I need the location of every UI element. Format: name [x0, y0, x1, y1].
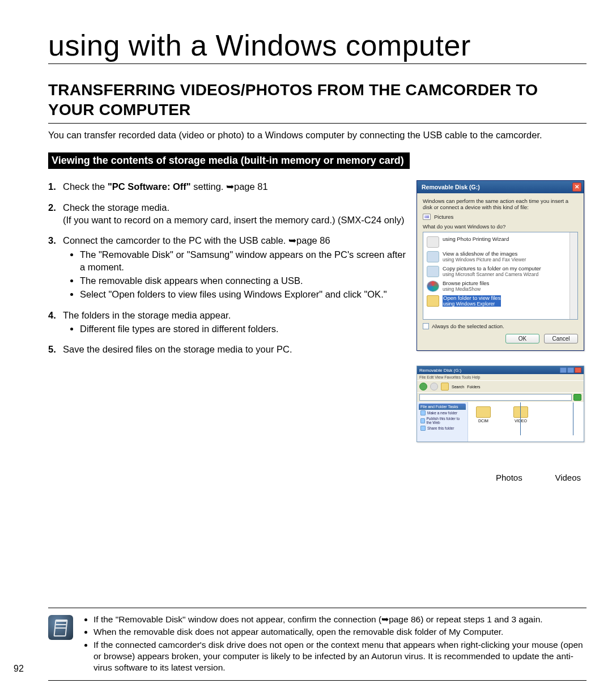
sidebar-link-share[interactable]: Share this folder [419, 425, 466, 431]
scanner-icon [427, 266, 439, 277]
subsection-bar: Viewing the contents of storage media (b… [48, 152, 410, 169]
pictures-icon [423, 214, 431, 220]
step-2: Check the storage media. (If you want to… [48, 201, 406, 227]
option-copy-pictures[interactable]: Copy pictures to a folder on my computer… [426, 264, 575, 279]
page-number: 92 [14, 664, 24, 674]
printer-icon [427, 236, 439, 248]
up-icon[interactable] [441, 383, 449, 391]
always-label: Always do the selected action. [432, 323, 504, 329]
explorer-content: DCIM VIDEO [468, 402, 584, 442]
step-4-bullet-1: Different file types are stored in diffe… [80, 323, 406, 335]
folder-video[interactable]: VIDEO [513, 406, 528, 423]
note-icon [48, 615, 73, 640]
sidebar-tasks-header: File and Folder Tasks [419, 404, 466, 410]
note-3: If the connected camcorder's disk drive … [94, 639, 586, 673]
always-checkbox[interactable] [423, 323, 429, 329]
step-5: Save the desired files on the storage me… [48, 343, 406, 355]
explorer-menu[interactable]: File Edit View Favorites Tools Help [417, 374, 584, 380]
address-bar[interactable] [417, 392, 584, 402]
forward-icon[interactable] [430, 383, 438, 391]
image-icon [427, 251, 439, 262]
file-type-label: Pictures [434, 214, 453, 220]
folder-icon [476, 406, 491, 418]
page-title: using with a Windows computer [48, 28, 586, 64]
go-icon[interactable] [573, 394, 581, 401]
callout-photos: Photos [496, 473, 522, 482]
dialog-title: Removable Disk (G:) [422, 184, 480, 190]
back-icon[interactable] [419, 383, 427, 391]
scrollbar[interactable] [570, 232, 577, 319]
option-slideshow[interactable]: View a slideshow of the imagesusing Wind… [426, 249, 575, 264]
search-label[interactable]: Search [452, 385, 464, 389]
callout-videos: Videos [555, 473, 581, 482]
section-heading: TRANSFERRING VIDEOS/PHOTOS FROM THE CAMC… [48, 80, 586, 124]
note-block: If the "Removable Disk" window does not … [48, 608, 586, 681]
explorer-title: Removable Disk (G:) [419, 368, 461, 373]
steps-list: Check the "PC Software: Off" setting. ➥p… [48, 180, 406, 355]
step-3-bullet-3: Select "Open folders to view files using… [80, 288, 406, 300]
step-3-bullet-1: The "Removable Disk" or "Samsung" window… [80, 248, 406, 274]
close-icon[interactable] [575, 367, 581, 373]
explorer-sidebar: File and Folder Tasks Make a new folder … [417, 402, 468, 442]
folder-icon [427, 295, 439, 307]
step-4: The folders in the storage media appear.… [48, 309, 406, 336]
intro-text: You can transfer recorded data (video or… [48, 129, 586, 141]
mediashow-icon [427, 281, 439, 292]
close-icon[interactable]: ✕ [572, 183, 581, 192]
callout-line [520, 402, 521, 435]
sidebar-link-new-folder[interactable]: Make a new folder [419, 410, 466, 416]
folder-dcim[interactable]: DCIM [476, 406, 491, 423]
dialog-description: Windows can perform the same action each… [423, 198, 578, 210]
step-1: Check the "PC Software: Off" setting. ➥p… [48, 180, 406, 193]
option-photo-printing[interactable]: using Photo Printing Wizard [426, 235, 575, 249]
action-listbox[interactable]: using Photo Printing Wizard View a slide… [423, 232, 578, 320]
option-open-folder[interactable]: Open folder to view filesusing Windows E… [426, 294, 575, 308]
note-2: When the removable disk does not appear … [94, 626, 586, 638]
minimize-icon[interactable] [560, 367, 567, 373]
note-1: If the "Removable Disk" window does not … [94, 614, 586, 625]
folder-icon [513, 406, 528, 418]
callout-line [573, 402, 573, 435]
ok-button[interactable]: OK [505, 334, 539, 343]
dialog-prompt: What do you want Windows to do? [423, 223, 578, 230]
explorer-toolbar[interactable]: Search Folders [417, 380, 584, 392]
step-3-bullet-2: The removable disk appears when connecti… [80, 274, 406, 287]
autoplay-dialog: Removable Disk (G:) ✕ Windows can perfor… [416, 180, 584, 351]
explorer-window: Removable Disk (G:) File Edit View Favor… [416, 366, 584, 442]
option-browse-pictures[interactable]: Browse picture filesusing MediaShow [426, 279, 575, 294]
maximize-icon[interactable] [567, 367, 574, 373]
cancel-button[interactable]: Cancel [544, 334, 578, 343]
folders-label[interactable]: Folders [467, 385, 480, 389]
sidebar-link-publish[interactable]: Publish this folder to the Web [419, 416, 466, 425]
step-3: Connect the camcorder to the PC with the… [48, 234, 406, 300]
